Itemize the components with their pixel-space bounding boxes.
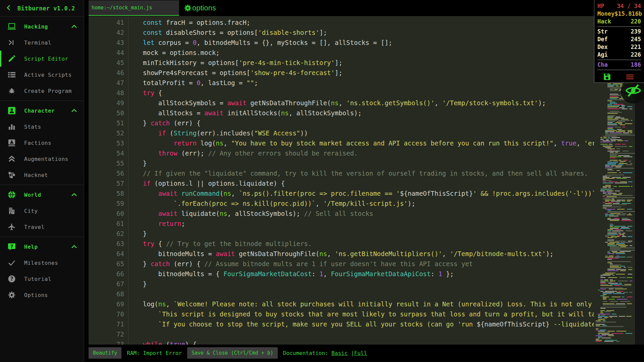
documentation-basic-link[interactable]: Basic xyxy=(331,350,347,356)
code-line-57: 57if (options.l || options.liquidate) { xyxy=(89,178,644,188)
sidebar-section-help: ?HelpMilestones?TutorialOptions xyxy=(0,237,84,305)
line-number: 64 xyxy=(89,249,124,259)
line-content: try { // Try to get the bitnode multipli… xyxy=(128,239,312,249)
line-content: allStocks = await initAllStocks(ns, allS… xyxy=(128,108,362,118)
code-line-64: 64 bitnodeMults = await getNsDataThrough… xyxy=(89,249,644,259)
sidebar-item-stats[interactable]: Stats xyxy=(0,119,84,135)
charisma-value: 186 xyxy=(631,61,641,69)
sidebar-section-label: Hacking xyxy=(24,23,48,30)
sidebar-item-options[interactable]: Options xyxy=(0,287,84,303)
line-number: 54 xyxy=(89,148,124,158)
code-line-70: 70 `This script is designed to buy stock… xyxy=(89,309,644,319)
tab-stock-main-js[interactable]: home:~/stock_main.js xyxy=(89,0,179,16)
line-content: `This script is designed to buy stocks t… xyxy=(128,309,638,319)
svg-text:?: ? xyxy=(10,244,13,249)
code-line-54: 54 throw (err); // Any other errors shou… xyxy=(89,148,644,158)
line-number: 60 xyxy=(89,208,124,219)
code-line-72: 72 xyxy=(89,329,644,339)
line-content: while (true) { xyxy=(128,339,197,345)
sidebar-item-travel[interactable]: Travel xyxy=(0,219,84,235)
code-line-50: 50 allStocks = await initAllStocks(ns, a… xyxy=(89,108,644,118)
sidebar-header: Bitburner v1.0.2 xyxy=(0,0,84,17)
sidebar-item-factions[interactable]: Factions xyxy=(0,135,84,151)
line-content: showPre4sForecast = options['show-pre-4s… xyxy=(128,68,342,78)
sidebar-item-label: Active Scripts xyxy=(24,72,72,78)
code-line-66: 66 bitnodeMults = { FourSigmaMarketDataC… xyxy=(89,269,644,279)
sidebar-sections: HackingTerminalScript EditorActive Scrip… xyxy=(0,17,84,305)
sidebar-item-label: City xyxy=(24,208,38,214)
money-label: Money xyxy=(597,10,614,18)
sidebar-section-world: WorldCityTravel xyxy=(0,185,84,237)
sidebar-item-hacknet[interactable]: Hacknet xyxy=(0,167,84,183)
sidebar-item-label: Terminal xyxy=(24,40,51,46)
sidebar-section-header-help[interactable]: ?Help xyxy=(0,239,84,255)
contact-card-icon xyxy=(7,139,17,147)
sidebar: Bitburner v1.0.2 HackingTerminalScript E… xyxy=(0,0,84,362)
save-game-button[interactable] xyxy=(603,72,611,82)
line-number: 61 xyxy=(89,219,124,229)
sidebar-item-label: Hacknet xyxy=(24,172,48,178)
line-number: 50 xyxy=(89,108,124,118)
sidebar-item-script-editor[interactable]: Script Editor xyxy=(0,51,84,67)
code-line-67: 67} xyxy=(89,279,644,289)
code-line-45: 45minTickHistory = options['pre-4s-min-t… xyxy=(89,58,644,68)
laptop-icon xyxy=(7,23,17,30)
sidebar-item-terminal[interactable]: Terminal xyxy=(0,35,84,51)
documentation-full-link[interactable]: Full xyxy=(354,350,367,356)
sidebar-section-header-hacking[interactable]: Hacking xyxy=(0,18,84,35)
line-content: const disableShorts = options['disable-s… xyxy=(128,27,327,38)
bar-chart-icon xyxy=(7,123,17,130)
beautify-button[interactable]: Beautify xyxy=(89,347,121,359)
line-content: let corpus = 0, bitnodeMults = {}, mySto… xyxy=(128,38,392,48)
ram-status: RAM: Import Error xyxy=(127,350,182,356)
sidebar-section-header-world[interactable]: World xyxy=(0,187,84,203)
code-line-68: 68 xyxy=(89,289,644,299)
sidebar-item-create-program[interactable]: Create Program xyxy=(0,83,84,99)
line-content: } xyxy=(128,229,147,239)
code-line-56: 56// If given the "liquidate" command, t… xyxy=(89,168,644,178)
line-content: try { xyxy=(128,88,162,98)
line-number: 71 xyxy=(89,319,124,329)
line-number: 62 xyxy=(89,229,124,239)
line-number: 69 xyxy=(89,299,124,309)
sidebar-item-augmentations[interactable]: Augmentations xyxy=(0,151,84,167)
line-number: 65 xyxy=(89,259,124,269)
line-content: throw (err); // Any other errors should … xyxy=(128,148,358,158)
stat-label: Str xyxy=(597,28,608,36)
line-content xyxy=(128,329,143,339)
divider xyxy=(597,60,641,60)
line-content: totalProfit = 0, lastLog = ""; xyxy=(128,78,258,88)
line-number: 63 xyxy=(89,239,124,249)
sidebar-section-label: Help xyxy=(24,244,38,250)
pencil-icon xyxy=(7,55,17,63)
line-number: 56 xyxy=(89,168,124,178)
editor-tabbar: home:~/stock_main.js options xyxy=(84,0,644,16)
save-close-button[interactable]: Save & Close (Ctrl/Cmd + b) xyxy=(187,347,278,359)
line-number: 41 xyxy=(89,17,124,27)
save-icon xyxy=(603,72,611,82)
editor-options-button[interactable]: options xyxy=(184,4,216,12)
code-line-41: 41const fracH = options.fracH; xyxy=(89,17,644,27)
sidebar-item-milestones[interactable]: Milestones xyxy=(0,255,84,271)
sidebar-item-city[interactable]: City xyxy=(0,203,84,219)
sidebar-item-label: Milestones xyxy=(24,260,58,266)
sidebar-section-header-character[interactable]: Character xyxy=(0,103,84,119)
line-content: const fracH = options.fracH; xyxy=(128,17,250,27)
sidebar-item-active-scripts[interactable]: Active Scripts xyxy=(0,67,84,83)
chevron-up-icon xyxy=(71,193,77,197)
line-number: 52 xyxy=(89,128,124,138)
collapse-sidebar-button[interactable] xyxy=(0,4,17,12)
gear-icon xyxy=(7,291,17,299)
tab-label: home:~/stock_main.js xyxy=(92,5,152,11)
eye-off-icon xyxy=(625,83,641,99)
code-editor[interactable]: 41const fracH = options.fracH;42const di… xyxy=(89,16,644,345)
line-content: // If given the "liquidate" command, try… xyxy=(128,168,588,178)
chevron-up-icon xyxy=(71,24,77,28)
code-line-65: 65} catch (err) { // Assume bitnode mult… xyxy=(89,259,644,269)
sidebar-item-tutorial[interactable]: ?Tutorial xyxy=(0,271,84,287)
line-content: } xyxy=(128,279,147,289)
code-line-62: 62} xyxy=(89,229,644,239)
chevron-up-icon xyxy=(71,109,77,113)
line-number: 53 xyxy=(89,138,124,148)
overview-menu-button[interactable] xyxy=(626,74,634,81)
